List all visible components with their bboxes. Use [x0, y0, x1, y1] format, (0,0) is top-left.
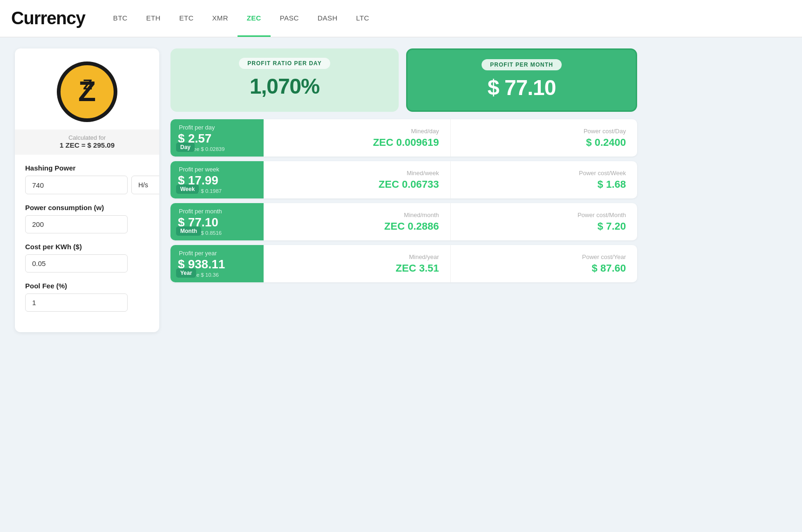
power-value-day: $ 0.2400 [586, 136, 626, 149]
power-col-month: Power cost/Month $ 7.20 [451, 203, 638, 240]
nav-tab-etc[interactable]: ETC [170, 0, 203, 37]
period-badge-year: Year [176, 268, 196, 278]
data-row-month: Profit per month $ 77.10 Pool Fee $ 0.85… [170, 203, 637, 240]
right-panel: PROFIT RATIO PER DAY 1,070% PROFIT PER M… [170, 48, 637, 332]
nav-tab-ltc[interactable]: LTC [347, 0, 379, 37]
data-row-year: Profit per year $ 938.11 Pool Fee $ 10.3… [170, 245, 637, 282]
pool-fee-group: Pool Fee (%) [25, 282, 149, 312]
power-value-week: $ 1.68 [598, 178, 626, 191]
hashing-power-unit-select[interactable]: H/s KH/s MH/s GH/s TH/s [131, 176, 159, 194]
period-badge-month: Month [176, 226, 201, 236]
summary-card-ratio: PROFIT RATIO PER DAY 1,070% [170, 48, 399, 112]
period-badge-day: Day [176, 143, 195, 152]
mined-label-year: Mined/year [409, 253, 439, 260]
mined-value-week: ZEC 0.06733 [379, 178, 439, 191]
summary-card-value-ratio: 1,070% [184, 74, 386, 99]
power-col-year: Power cost/Year $ 87.60 [451, 245, 638, 282]
summary-cards: PROFIT RATIO PER DAY 1,070% PROFIT PER M… [170, 48, 637, 112]
power-value-year: $ 87.60 [592, 262, 626, 274]
coin-logo-area: Z Ƶ [15, 48, 159, 130]
nav-tab-dash[interactable]: DASH [308, 0, 347, 37]
coin-rate-box: Calculated for 1 ZEC = $ 295.09 [15, 130, 159, 155]
nav-tab-btc[interactable]: BTC [104, 0, 137, 37]
cost-per-kwh-group: Cost per KWh ($) [25, 243, 149, 273]
exchange-rate: 1 ZEC = $ 295.09 [15, 141, 159, 149]
mined-col-year: Mined/year ZEC 3.51 [264, 245, 451, 282]
mined-label-month: Mined/month [404, 211, 439, 218]
data-row-left-year: Profit per year $ 938.11 Pool Fee $ 10.3… [170, 245, 264, 282]
summary-card-value-month: $ 77.10 [421, 75, 623, 100]
mined-col-day: Mined/day ZEC 0.009619 [264, 119, 451, 157]
summary-card-month: PROFIT PER MONTH $ 77.10 [406, 48, 637, 112]
hashing-power-group: Hashing Power H/s KH/s MH/s GH/s TH/s [25, 164, 149, 194]
mined-value-month: ZEC 0.2886 [384, 220, 439, 232]
power-col-week: Power cost/Week $ 1.68 [451, 161, 638, 198]
power-label-month: Power cost/Month [578, 211, 626, 218]
nav-tab-eth[interactable]: ETH [137, 0, 170, 37]
left-panel: Z Ƶ Calculated for 1 ZEC = $ 295.09 Hash… [15, 48, 159, 332]
power-consumption-label: Power consumption (w) [25, 204, 149, 211]
nav-tab-xmr[interactable]: XMR [203, 0, 238, 37]
power-col-day: Power cost/Day $ 0.2400 [451, 119, 638, 157]
power-label-day: Power cost/Day [584, 128, 626, 135]
cost-per-kwh-label: Cost per KWh ($) [25, 243, 149, 251]
mined-label-day: Mined/day [411, 128, 439, 135]
mined-col-month: Mined/month ZEC 0.2886 [264, 203, 451, 240]
header: Currency BTCETHETCXMRZECPASCDASHLTC [0, 0, 802, 37]
zec-logo-icon: Z Ƶ [57, 61, 117, 122]
hashing-power-input[interactable] [25, 176, 128, 194]
mined-value-day: ZEC 0.009619 [373, 136, 439, 149]
form-section: Hashing Power H/s KH/s MH/s GH/s TH/s Po… [15, 164, 159, 312]
power-consumption-input[interactable] [25, 215, 128, 233]
hashing-power-label: Hashing Power [25, 164, 149, 172]
mined-value-year: ZEC 3.51 [396, 262, 439, 274]
svg-text:Ƶ: Ƶ [83, 78, 92, 92]
profit-label-day: Profit per day [178, 124, 215, 131]
cost-per-kwh-input[interactable] [25, 254, 128, 273]
app-title: Currency [11, 8, 85, 28]
data-row-week: Profit per week $ 17.99 Pool Fee $ 0.198… [170, 161, 637, 198]
power-label-year: Power cost/Year [582, 253, 626, 260]
power-value-month: $ 7.20 [598, 220, 626, 232]
nav-tab-zec[interactable]: ZEC [238, 0, 271, 37]
nav-tab-pasc[interactable]: PASC [271, 0, 308, 37]
profit-label-year: Profit per year [178, 250, 217, 257]
pool-fee-input[interactable] [25, 293, 128, 312]
data-row-left-month: Profit per month $ 77.10 Pool Fee $ 0.85… [170, 203, 264, 240]
main-content: Z Ƶ Calculated for 1 ZEC = $ 295.09 Hash… [0, 37, 652, 343]
mined-col-week: Mined/week ZEC 0.06733 [264, 161, 451, 198]
data-rows: Profit per day $ 2.57 Pool Fee $ 0.02839… [170, 119, 637, 282]
summary-card-label-month: PROFIT PER MONTH [482, 59, 561, 70]
profit-label-week: Profit per week [178, 166, 219, 173]
data-row-left-week: Profit per week $ 17.99 Pool Fee $ 0.198… [170, 161, 264, 198]
calculated-for-label: Calculated for [15, 134, 159, 141]
pool-fee-label: Pool Fee (%) [25, 282, 149, 290]
profit-label-month: Profit per month [178, 208, 222, 215]
data-row-day: Profit per day $ 2.57 Pool Fee $ 0.02839… [170, 119, 637, 157]
period-badge-week: Week [176, 184, 199, 194]
summary-card-label-ratio: PROFIT RATIO PER DAY [239, 58, 330, 69]
currency-nav: BTCETHETCXMRZECPASCDASHLTC [104, 0, 379, 37]
data-row-left-day: Profit per day $ 2.57 Pool Fee $ 0.02839… [170, 119, 264, 157]
mined-label-week: Mined/week [407, 170, 439, 177]
power-label-week: Power cost/Week [579, 170, 626, 177]
power-consumption-group: Power consumption (w) [25, 204, 149, 233]
